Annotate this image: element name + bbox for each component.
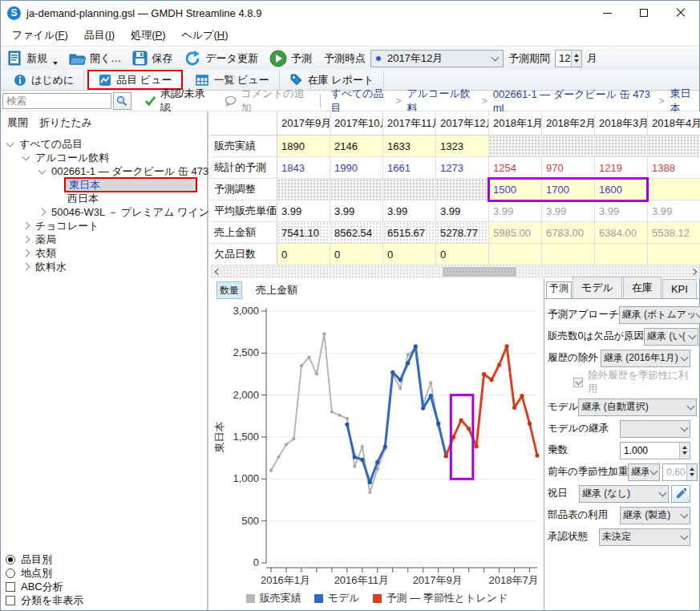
panel-tab-予測[interactable]: 予測 [546,281,572,299]
table-cell[interactable]: 1219 [595,157,648,179]
search-input[interactable] [2,93,111,109]
menu-i[interactable]: 品目(I) [76,25,123,46]
table-cell[interactable]: 1661 [383,157,436,179]
table-cell[interactable]: 3.99 [383,200,436,222]
checkbox-unchecked[interactable] [6,582,15,592]
table-cell[interactable] [277,179,330,200]
table-cell[interactable]: 5278.77 [436,222,489,244]
tree-item-0[interactable]: すべての品目 [1,137,207,151]
table-cell[interactable]: 1990 [330,157,383,179]
table-cell[interactable]: 5538.12 [648,222,700,244]
open-button[interactable]: 開く… [65,50,128,67]
table-cell[interactable] [436,179,489,200]
model-select[interactable]: 継承 (自動選択) [578,399,697,416]
table-cell[interactable] [595,136,648,157]
scrollbar-thumb[interactable] [443,267,516,277]
table-cell[interactable]: 3.99 [436,200,489,222]
table-cell[interactable]: 1323 [436,136,489,157]
tree-item-3[interactable]: 東日本 [1,178,207,192]
table-cell[interactable] [489,136,542,157]
checkbox-unchecked[interactable] [6,596,15,605]
save-button[interactable]: 保存 [128,49,180,67]
table-cell[interactable] [648,136,700,157]
panel-tab-在庫[interactable]: 在庫 [623,277,662,298]
table-cell[interactable] [648,244,700,265]
tree-item-2[interactable]: 002661-1 — ダークビール 缶 473 ml [1,164,207,178]
chevron-down-icon[interactable] [6,139,14,147]
chevron-down-icon[interactable] [38,166,47,174]
table-cell[interactable]: 7541.10 [277,222,330,244]
table-cell[interactable]: 3.99 [648,200,700,222]
table-cell[interactable]: 3.99 [330,200,383,222]
table-cell[interactable]: 6515.67 [383,222,436,244]
collapse-all-link[interactable]: 折りたたみ [39,115,92,130]
breadcrumb-item[interactable]: 002661-1 — ダークビール 缶 473 ml [493,87,653,114]
holidays-select[interactable]: 継承 (なし) [579,485,669,503]
menu-f[interactable]: ファイル(F) [4,25,76,46]
table-cell[interactable]: 1700 [542,179,595,200]
table-cell[interactable] [648,179,700,200]
chevron-right-icon[interactable] [38,208,47,216]
table-cell[interactable]: 1600 [595,179,648,200]
tree-item-5[interactable]: 50046-W3L － プレミアム ワイン ギフト… [1,205,207,219]
table-cell[interactable]: 3.99 [595,200,648,222]
prior-seasonality-weight-select[interactable]: 継承 [628,463,660,481]
table-cell[interactable]: 0 [277,244,330,265]
maximize-button[interactable] [625,1,662,25]
table-cell[interactable]: 6783.00 [542,222,595,244]
tab-getting-started[interactable]: はじめに [4,71,84,90]
minimize-button[interactable] [589,1,625,25]
table-cell[interactable]: 1254 [489,157,542,179]
approval-status-select[interactable]: 未決定 [599,528,690,546]
menu-p[interactable]: 処理(P) [123,25,173,46]
tree-item-9[interactable]: 飲料水 [1,260,207,273]
scroll-right-arrow[interactable] [688,265,700,278]
bom-usage-select[interactable]: 継承 (製造) [620,507,690,524]
table-cell[interactable]: 0 [436,244,489,265]
table-cell[interactable]: 3.99 [489,200,542,222]
holidays-edit-button[interactable] [671,485,690,503]
history-exclusion-select[interactable]: 継承 (2016年1月) [601,350,690,367]
search-button[interactable] [113,92,132,110]
table-cell[interactable]: 8562.54 [330,222,383,244]
table-cell[interactable]: 3.99 [542,200,595,222]
table-cell[interactable]: 1273 [436,157,489,179]
panel-tab-モデル[interactable]: モデル [573,277,622,298]
table-cell[interactable]: 6384.00 [595,222,648,244]
chevron-down-icon[interactable] [22,152,30,160]
tab-quantity[interactable]: 数量 [216,281,242,299]
chevron-right-icon[interactable] [22,236,30,244]
table-cell[interactable] [542,136,595,157]
tree-item-8[interactable]: 衣類 [1,246,207,260]
table-cell[interactable]: 1843 [277,157,330,179]
table-cell[interactable]: 5985.00 [489,222,542,244]
tree-item-1[interactable]: アルコール飲料 [1,151,207,164]
zero-sales-stockout-select[interactable]: 継承 (い( [644,328,698,346]
table-cell[interactable]: 2146 [330,136,383,157]
forecast-approach-select[interactable]: 継承 (ボトムアップ [619,306,700,324]
table-cell[interactable] [330,179,383,200]
table-cell[interactable] [489,244,542,265]
close-button[interactable] [662,1,699,25]
chevron-right-icon[interactable] [22,263,30,271]
chevron-right-icon[interactable] [22,222,30,230]
scroll-left-arrow[interactable] [210,265,223,278]
table-cell[interactable] [383,179,436,200]
table-cell[interactable]: 3.99 [277,200,330,222]
table-cell[interactable] [595,244,648,265]
chevron-right-icon[interactable] [22,249,30,257]
forecast-point-select[interactable]: 2017年12月 [370,50,504,67]
menu-h[interactable]: ヘルプ(H) [174,25,237,46]
expand-all-link[interactable]: 展開 [7,115,28,130]
table-cell[interactable]: 1500 [489,179,542,200]
tree-item-7[interactable]: 薬局 [1,233,207,246]
tree-item-4[interactable]: 西日本 [1,192,207,205]
multiplier-spinner[interactable]: 1.000 [620,442,690,459]
horizon-spinner[interactable]: 12 [555,50,582,67]
new-button[interactable]: 新規 [4,49,65,68]
table-cell[interactable] [542,244,595,265]
spinner-arrows-icon[interactable] [571,51,581,67]
table-cell[interactable]: 970 [542,157,595,179]
tab-revenue[interactable]: 売上金額 [250,281,303,299]
table-cell[interactable]: 1633 [383,136,436,157]
